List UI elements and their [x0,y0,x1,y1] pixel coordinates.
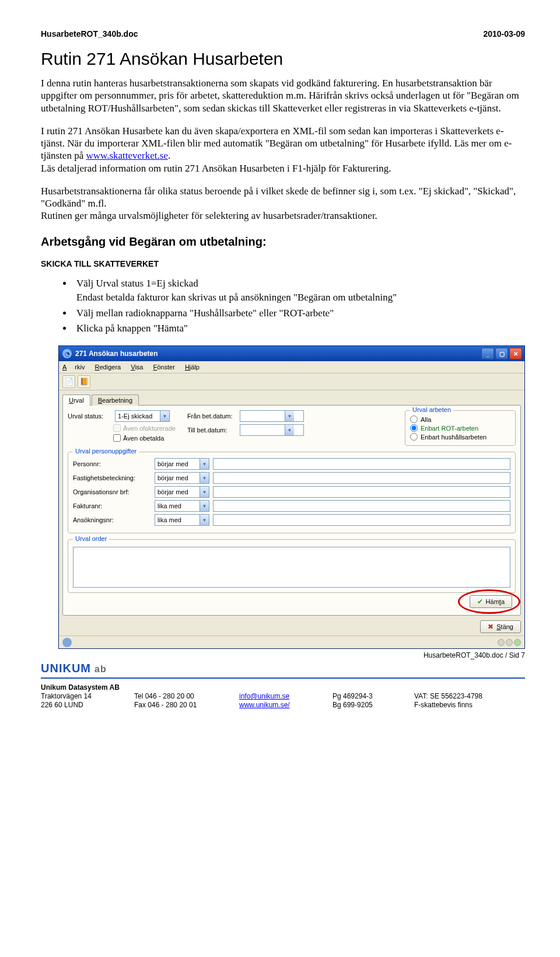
vat: VAT: SE 556223-4798 [414,692,508,700]
orgnr-input[interactable] [213,486,510,498]
company-name: Unikum Datasystem AB [41,683,508,691]
email-link[interactable]: info@unikum.se [239,692,289,700]
chevron-down-icon: ▼ [200,473,209,483]
fieldset-order: Urval order [68,539,516,593]
fran-datum-dropdown[interactable]: ▼ [240,410,304,422]
check-icon: ✔ [477,598,483,606]
radio-hushall[interactable]: Enbart hushållsarbeten [410,433,510,441]
radio-legend: Urval arbeten [410,406,453,413]
statusbar [59,635,524,648]
chevron-down-icon: ▼ [200,459,209,469]
window-close-button[interactable]: ✕ [509,348,522,359]
chevron-down-icon: ▼ [200,515,209,525]
date-column: Från bet.datum: ▼ Till bet.datum: ▼ [187,410,304,438]
orgnr-label: Organisationsnr brf: [73,488,155,495]
radio-alla[interactable]: Alla [410,415,510,423]
ansokningsnr-input[interactable] [213,514,510,526]
ansokningsnr-label: Ansökningsnr: [73,516,155,523]
toolbar-book-icon[interactable]: 📙 [78,375,90,388]
status-dots [498,639,521,646]
addr2: 226 60 LUND [41,701,134,709]
menu-redigera[interactable]: Redigera [95,364,121,371]
menu-visa[interactable]: Visa [131,364,143,371]
fakturanr-input[interactable] [213,500,510,512]
urval-status-dropdown[interactable]: 1-Ej skickad ▼ [115,410,170,422]
personnr-label: Personnr: [73,460,155,467]
hamta-button[interactable]: ✔Hämta [470,595,512,608]
menu-hjalp[interactable]: Hjälp [185,364,200,371]
orgnr-op[interactable]: börjar med▼ [155,486,209,498]
footer-grid: Unikum Datasystem AB Traktorvägen 14 Tel… [41,683,525,709]
list-item: Klicka på knappen "Hämta" [73,322,525,336]
chevron-down-icon: ▼ [200,501,209,511]
till-datum-label: Till bet.datum: [187,427,240,434]
toolbar: 📄 📙 [59,373,524,390]
close-icon: ✖ [488,623,494,631]
bullet-list: Välj Urval status 1=Ej skickadEndast bet… [73,277,525,337]
ansokningsnr-op[interactable]: lika med▼ [155,514,209,526]
web-link[interactable]: www.unikum.se/ [239,701,290,709]
toolbar-new-icon[interactable]: 📄 [62,375,75,388]
list-item: Välj mellan radioknapparna "Hushållsarbe… [73,306,525,321]
section-heading: Arbetsgång vid Begäran om utbetalning: [41,235,525,249]
till-datum-dropdown[interactable]: ▼ [240,424,304,436]
titlebar: ◔ 271 Ansökan husarbeten _ ▢ ✕ [59,346,524,361]
panel-urval: Urval status: 1-Ej skickad ▼ Även ofaktu… [62,405,521,616]
minimize-button[interactable]: _ [481,348,494,359]
doc-date: 2010-03-09 [483,29,525,39]
doc-name: HusarbeteROT_340b.doc [41,29,138,39]
paragraph-3: Husarbetstransaktionerna får olika statu… [41,185,525,222]
status-column: Urval status: 1-Ej skickad ▼ Även ofaktu… [68,410,176,442]
stang-button[interactable]: ✖Stäng [480,620,521,633]
tabstrip: Urval Bearbetning [59,390,524,405]
window-title: 271 Ansökan husarbeten [75,350,481,358]
fastighet-label: Fastighetsbeteckning: [73,474,155,481]
page-ref: HusarbeteROT_340b.doc / Sid 7 [41,651,525,659]
fakturanr-label: Fakturanr: [73,502,155,509]
fastighet-input[interactable] [213,472,510,484]
list-item: Välj Urval status 1=Ej skickadEndast bet… [73,277,525,305]
fran-datum-label: Från bet.datum: [187,413,240,420]
order-listbox[interactable] [73,547,510,588]
radio-rot[interactable]: Enbart ROT-arbeten [410,424,510,432]
menu-arkiv[interactable]: Arkiv [62,364,85,371]
radio-group-arbeten: Urval arbeten Alla Enbart ROT-arbeten En… [405,410,516,446]
fastighet-op[interactable]: börjar med▼ [155,472,209,484]
chk-obetalda[interactable]: Även obetalda [113,434,176,442]
chevron-down-icon: ▼ [285,411,294,421]
app-window: ◔ 271 Ansökan husarbeten _ ▢ ✕ Arkiv Red… [58,345,525,649]
menu-fonster[interactable]: Fönster [153,364,175,371]
paragraph-1: I denna rutin hanteras husarbetstransakt… [41,77,525,114]
fieldset-personuppgifter: Urval personuppgifter Personnr: börjar m… [68,452,516,533]
chevron-down-icon: ▼ [200,487,209,497]
tab-bearbetning[interactable]: Bearbetning [92,394,139,406]
subsection-heading: SKICKA TILL SKATTEVERKET [41,259,525,268]
menubar: Arkiv Redigera Visa Fönster Hjälp [59,361,524,373]
maximize-button[interactable]: ▢ [495,348,508,359]
tel: Tel 046 - 280 20 00 [134,692,239,700]
chevron-down-icon: ▼ [285,425,294,435]
fskatt: F-skattebevis finns [414,701,508,709]
personnr-input[interactable] [213,458,510,470]
urval-status-label: Urval status: [68,413,113,420]
chevron-down-icon: ▼ [160,411,169,421]
skatteverket-link[interactable]: www.skatteverket.se [86,150,168,161]
status-icon [62,638,72,647]
fax: Fax 046 - 280 20 01 [134,701,239,709]
chk-ofakturerade[interactable]: Även ofakturerade [113,424,176,432]
fakturanr-op[interactable]: lika med▼ [155,500,209,512]
pg: Pg 469294-3 [332,692,414,700]
personnr-op[interactable]: börjar med▼ [155,458,209,470]
bg: Bg 699-9205 [332,701,414,709]
page-title: Rutin 271 Ansökan Husarbeten [41,49,525,69]
tab-urval[interactable]: Urval [62,394,90,406]
app-icon: ◔ [62,349,72,358]
paragraph-2: I rutin 271 Ansökan Husarbete kan du äve… [41,125,525,174]
brand-logo: UNIKUMab [41,662,525,675]
addr1: Traktorvägen 14 [41,692,134,700]
